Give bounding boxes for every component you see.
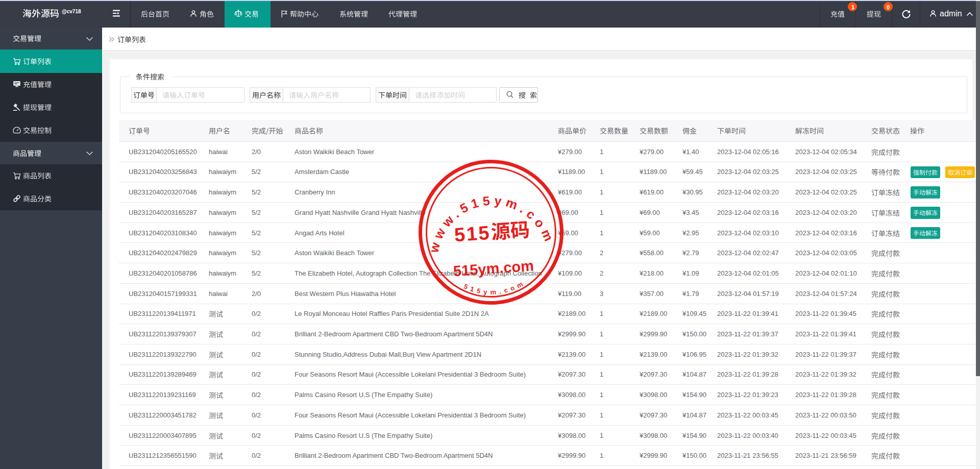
svg-text:www.515ym.com: www.515ym.com	[423, 189, 558, 256]
svg-text:515ym.com: 515ym.com	[462, 278, 528, 298]
svg-text:515: 515	[454, 222, 492, 246]
svg-text:515ym.com: 515ym.com	[453, 257, 534, 279]
